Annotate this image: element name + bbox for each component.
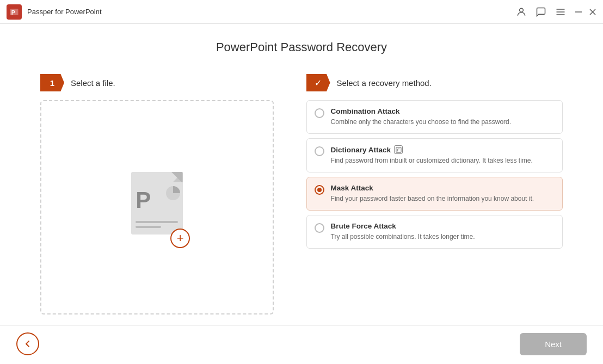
- svg-rect-11: [396, 147, 401, 152]
- back-button[interactable]: [16, 332, 39, 355]
- option-mask-text: Mask Attack Find your password faster ba…: [331, 184, 534, 203]
- option-mask[interactable]: Mask Attack Find your password faster ba…: [306, 177, 563, 211]
- option-combination-desc: Combine only the characters you choose t…: [331, 117, 512, 127]
- step1-label: Select a file.: [71, 78, 115, 88]
- radio-mask: [315, 185, 324, 195]
- option-combination-title: Combination Attack: [331, 107, 512, 115]
- file-icon: P +: [127, 172, 187, 243]
- close-button[interactable]: [589, 8, 596, 16]
- app-logo: P: [7, 4, 22, 20]
- ppt-letter: P: [136, 187, 151, 213]
- svg-marker-9: [171, 172, 182, 183]
- radio-mask-inner: [317, 188, 322, 192]
- radio-combination: [315, 108, 324, 118]
- ppt-chart-icon: [165, 185, 181, 201]
- step2-header: ✓ Select a recovery method.: [306, 74, 563, 91]
- option-brute-text: Brute Force Attack Try all possible comb…: [331, 222, 475, 242]
- right-column: ✓ Select a recovery method. Combination …: [306, 74, 563, 314]
- step1-badge: 1: [40, 74, 64, 91]
- ppt-line-1: [136, 221, 178, 223]
- window-controls: [516, 7, 596, 17]
- option-brute-desc: Try all possible combinations. It takes …: [331, 232, 475, 242]
- main-content: PowerPoint Password Recovery 1 Select a …: [0, 24, 603, 325]
- dictionary-info-icon[interactable]: [394, 145, 403, 154]
- svg-text:P: P: [11, 9, 15, 15]
- option-dictionary-title: Dictionary Attack: [331, 145, 533, 154]
- option-combination-text: Combination Attack Combine only the char…: [331, 107, 512, 127]
- bottom-bar: Next: [0, 325, 603, 364]
- option-mask-desc: Find your password faster based on the i…: [331, 194, 534, 203]
- step2-check-icon: ✓: [306, 74, 330, 91]
- option-mask-title: Mask Attack: [331, 184, 534, 192]
- chat-icon[interactable]: [536, 7, 546, 17]
- left-column: 1 Select a file. P: [40, 74, 274, 314]
- option-dictionary[interactable]: Dictionary Attack Find password from inb…: [306, 138, 563, 172]
- ppt-line-2: [136, 226, 161, 228]
- svg-point-2: [520, 8, 524, 12]
- title-bar: P Passper for PowerPoint: [0, 0, 603, 24]
- app-title: Passper for PowerPoint: [27, 8, 102, 16]
- next-button[interactable]: Next: [520, 333, 587, 355]
- page-title: PowerPoint Password Recovery: [216, 40, 387, 54]
- option-combination[interactable]: Combination Attack Combine only the char…: [306, 100, 563, 134]
- option-brute-title: Brute Force Attack: [331, 222, 475, 230]
- option-brute[interactable]: Brute Force Attack Try all possible comb…: [306, 215, 563, 249]
- option-dictionary-desc: Find password from inbuilt or customized…: [331, 156, 533, 165]
- recovery-options-list: Combination Attack Combine only the char…: [306, 100, 563, 314]
- radio-brute: [315, 223, 324, 233]
- add-file-circle: +: [170, 229, 190, 248]
- option-dictionary-text: Dictionary Attack Find password from inb…: [331, 145, 533, 165]
- minimize-button[interactable]: [575, 8, 582, 16]
- ppt-file-icon: P +: [127, 172, 187, 243]
- step1-badge-number: 1: [40, 74, 64, 91]
- step2-badge: ✓: [306, 74, 330, 91]
- step2-label: Select a recovery method.: [337, 78, 432, 88]
- step1-header: 1 Select a file.: [40, 74, 274, 91]
- file-drop-area[interactable]: P +: [40, 100, 274, 314]
- menu-icon[interactable]: [555, 7, 566, 17]
- user-icon[interactable]: [516, 7, 527, 17]
- ppt-lines: [136, 221, 178, 231]
- radio-dictionary: [315, 146, 324, 156]
